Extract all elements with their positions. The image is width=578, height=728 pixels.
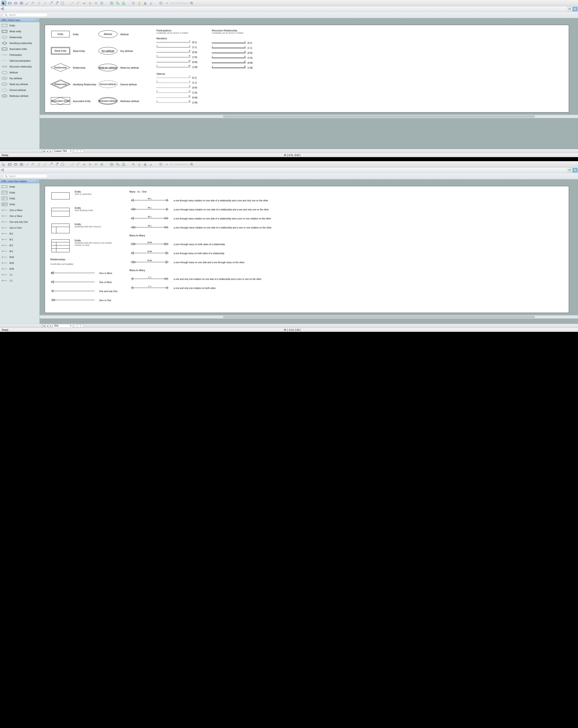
palette-item[interactable]: Relationship	[0, 34, 40, 40]
zoom-slider[interactable]	[170, 3, 188, 4]
shape[interactable]: Weak key attribute	[98, 62, 120, 73]
ungroup-tool[interactable]	[115, 1, 120, 6]
shape[interactable]: Weak Entity	[50, 46, 73, 56]
participation-line[interactable]: 1	[212, 41, 246, 45]
relation-connector[interactable]	[50, 289, 96, 294]
participation-line[interactable]: 11	[156, 46, 190, 49]
zoom-minus-icon[interactable]: −	[165, 162, 169, 167]
palette-item[interactable]: M:M	[0, 254, 40, 260]
palette-item[interactable]: M:1	[0, 242, 40, 248]
palette-item[interactable]: M:1	[0, 231, 40, 237]
relation-connector[interactable]: M:M	[129, 260, 170, 265]
tree-toggle-icon[interactable]	[0, 6, 5, 11]
relation-connector[interactable]: M:1	[129, 198, 170, 203]
palette-item[interactable]: Multivalue attribute	[0, 93, 40, 99]
palette-item[interactable]: Entity	[0, 184, 40, 190]
cursor-tool[interactable]	[1, 162, 6, 167]
connector-5[interactable]	[48, 162, 53, 167]
participation-line[interactable]: N	[212, 51, 246, 54]
participation-line[interactable]: 1M	[156, 101, 190, 104]
participation-line[interactable]: 1N	[156, 91, 190, 94]
connector-6[interactable]	[54, 1, 59, 6]
entity-shape[interactable]	[50, 190, 71, 202]
connector-3[interactable]	[36, 162, 42, 167]
rect-tool[interactable]	[7, 162, 12, 167]
connector-3[interactable]	[36, 1, 42, 6]
palette-item[interactable]: Entity	[0, 190, 40, 196]
zoom-out-icon[interactable]	[158, 1, 164, 6]
grid-tool[interactable]	[19, 1, 24, 6]
zoom-select[interactable]: Custom 79%⇳	[53, 150, 73, 153]
shape[interactable]: Entity	[50, 29, 73, 40]
palette-item[interactable]: M:M	[0, 266, 40, 272]
distribute-tool[interactable]	[99, 162, 104, 167]
connector-4[interactable]	[43, 1, 47, 6]
palette-item[interactable]: Zero or More	[0, 207, 40, 213]
library-search-icon[interactable]	[573, 168, 578, 173]
shape[interactable]: Relationship	[50, 62, 73, 73]
shape[interactable]: Associative Entity	[50, 96, 73, 106]
palette-item[interactable]: Zero or One	[0, 225, 40, 231]
document-tool[interactable]	[60, 1, 65, 6]
shape[interactable]: Multivalue attribute	[98, 96, 120, 106]
hflip-tool[interactable]	[87, 162, 93, 167]
palette-item[interactable]: Key attribute	[0, 75, 40, 81]
participation-line[interactable]: 1M	[212, 66, 246, 69]
palette-item[interactable]: Associative entity	[0, 46, 40, 52]
polyline-tool[interactable]	[82, 162, 87, 167]
vflip-tool[interactable]	[94, 162, 98, 167]
palette-item[interactable]: Weak entity	[0, 28, 40, 34]
rect-tool[interactable]	[7, 1, 12, 6]
participation-line[interactable]: M	[212, 61, 246, 64]
relation-connector[interactable]: M:1	[129, 216, 170, 221]
page-prev[interactable]: ◂	[46, 324, 49, 328]
page-first[interactable]: ⎮◂	[42, 324, 45, 328]
line-tool[interactable]	[70, 162, 75, 167]
participation-line[interactable]: N	[156, 51, 190, 54]
document-tool[interactable]	[60, 162, 65, 167]
palette-item[interactable]: Recursive relationship	[0, 64, 40, 70]
participation-line[interactable]: 11	[212, 46, 246, 49]
relation-connector[interactable]: 1:1	[129, 277, 170, 282]
participation-line[interactable]: 1N	[156, 55, 190, 59]
connector-6[interactable]	[54, 162, 59, 167]
participation-line[interactable]: M	[156, 60, 190, 64]
zoom-select-2[interactable]: 75%⇳	[53, 324, 73, 328]
hflip-tool[interactable]	[87, 1, 93, 6]
zoom-tool[interactable]	[131, 1, 136, 6]
palette-item[interactable]: Attribute	[0, 70, 40, 75]
ellipse-tool[interactable]	[13, 1, 18, 6]
palette-item[interactable]: Entity	[0, 23, 40, 28]
palette-item[interactable]: One and only One	[0, 219, 40, 225]
ungroup-tool[interactable]	[115, 162, 120, 167]
view-mode-toggle[interactable]	[74, 150, 83, 153]
relation-connector[interactable]	[50, 280, 96, 285]
zoom-in-icon[interactable]	[189, 1, 194, 6]
palette-item[interactable]: Entity	[0, 201, 40, 207]
participation-line[interactable]: 1	[156, 41, 190, 44]
eyedropper-tool[interactable]	[149, 1, 153, 6]
arc-tool[interactable]	[76, 162, 81, 167]
tree-toggle-icon[interactable]	[0, 168, 5, 173]
palette-item[interactable]: Entity	[0, 196, 40, 201]
palette-item[interactable]: Derived attribute	[0, 87, 40, 93]
palette-item[interactable]: 1:1	[0, 272, 40, 278]
hand-tool[interactable]	[137, 162, 142, 167]
palette-item[interactable]: Optional participation	[0, 58, 40, 64]
page-prev[interactable]: ◂	[46, 150, 49, 153]
entity-shape[interactable]	[50, 223, 71, 234]
layout-tool[interactable]	[121, 162, 126, 167]
view-mode-toggle-2[interactable]	[74, 324, 83, 328]
arc-tool[interactable]	[76, 1, 81, 6]
palette-item[interactable]: Weak key attribute	[0, 81, 40, 87]
relation-connector[interactable]: M:1	[129, 225, 170, 230]
library-panel-header[interactable]: ERD, Chen's nota...	[0, 18, 40, 22]
participation-line[interactable]: 1N	[212, 56, 246, 59]
grid-view-icon[interactable]	[567, 7, 572, 11]
palette-item[interactable]: Identifying relationship	[0, 40, 40, 46]
shape[interactable]: Attribute	[98, 29, 120, 40]
page-next[interactable]: ▸	[49, 324, 52, 328]
relation-connector[interactable]	[50, 298, 96, 303]
vflip-tool[interactable]	[94, 1, 98, 6]
palette-item[interactable]: 1:1	[0, 278, 40, 284]
